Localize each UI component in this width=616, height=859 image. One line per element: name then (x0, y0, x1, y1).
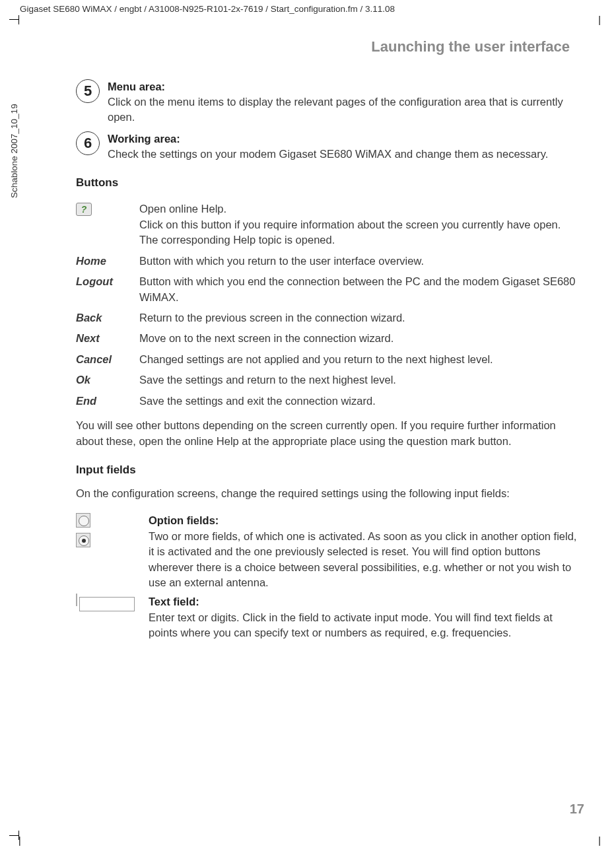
crop-tick (18, 15, 19, 24)
button-name-logout: Logout (76, 271, 139, 308)
crop-mark-bottom-right: | (598, 835, 601, 846)
table-row: Cancel Changed settings are not applied … (76, 349, 578, 370)
input-fields-heading: Input fields (76, 464, 578, 477)
button-desc: Button with which you return to the user… (139, 251, 578, 271)
table-row: Next Move on to the next screen in the c… (76, 328, 578, 349)
chapter-title: Launching the user interface (76, 38, 578, 55)
step-number-5: 5 (76, 79, 100, 103)
text-field-block: Text field: Enter text or digits. Click … (76, 594, 578, 640)
step-6-body: Check the settings on your modem Gigaset… (108, 148, 548, 160)
button-name-home: Home (76, 251, 139, 271)
table-row: Home Button with which you return to the… (76, 251, 578, 271)
button-desc: Changed settings are not applied and you… (139, 349, 578, 370)
step-5-lead: Menu area: (108, 81, 165, 92)
template-stamp: Schablone 2007_10_19 (9, 104, 19, 198)
page-content: Launching the user interface 5 Menu area… (76, 38, 578, 641)
step-5-body: Click on the menu items to display the r… (108, 96, 563, 123)
table-row: Logout Button with which you end the con… (76, 271, 578, 308)
step-number-6: 6 (76, 131, 100, 155)
step-5: 5 Menu area: Click on the menu items to … (76, 79, 578, 125)
help-icon: ? (76, 203, 92, 216)
crop-tick (9, 19, 18, 20)
step-6: 6 Working area: Check the settings on yo… (76, 131, 578, 162)
step-6-lead: Working area: (108, 133, 180, 145)
buttons-note: You will see other buttons depending on … (76, 418, 578, 449)
button-desc: Button with which you end the connection… (139, 271, 578, 308)
option-fields-body: Two or more fields, of which one is acti… (149, 530, 576, 588)
crop-tick (18, 831, 19, 840)
button-name-back: Back (76, 308, 139, 328)
page-number: 17 (570, 802, 584, 817)
button-desc: Open online Help. Click on this button i… (139, 199, 578, 250)
text-field-lead: Text field: (149, 596, 199, 607)
buttons-table: ? Open online Help. Click on this button… (76, 199, 578, 411)
table-row: Ok Save the settings and return to the n… (76, 370, 578, 390)
doc-header-path: Gigaset SE680 WiMAX / engbt / A31008-N92… (20, 4, 395, 14)
radio-unselected-icon (76, 513, 90, 528)
text-field-body: Enter text or digits. Click in the field… (149, 611, 553, 638)
button-desc: Save the settings and exit the connectio… (139, 391, 578, 411)
button-desc: Return to the previous screen in the con… (139, 308, 578, 328)
crop-mark-top-right: | (598, 15, 601, 25)
option-fields-block: Option fields: Two or more fields, of wh… (76, 513, 578, 590)
button-desc: Save the settings and return to the next… (139, 370, 578, 390)
buttons-heading: Buttons (76, 176, 578, 189)
button-name-ok: Ok (76, 370, 139, 390)
table-row: Back Return to the previous screen in th… (76, 308, 578, 328)
table-row: End Save the settings and exit the conne… (76, 391, 578, 411)
text-field-icon (76, 594, 77, 606)
button-desc: Move on to the next screen in the connec… (139, 328, 578, 349)
crop-tick (9, 835, 18, 836)
radio-selected-icon (76, 533, 90, 547)
button-name-cancel: Cancel (76, 349, 139, 370)
button-name-end: End (76, 391, 139, 411)
table-row: ? Open online Help. Click on this button… (76, 199, 578, 250)
button-name-next: Next (76, 328, 139, 349)
option-fields-lead: Option fields: (149, 514, 219, 526)
input-fields-intro: On the configuration screens, change the… (76, 486, 578, 501)
